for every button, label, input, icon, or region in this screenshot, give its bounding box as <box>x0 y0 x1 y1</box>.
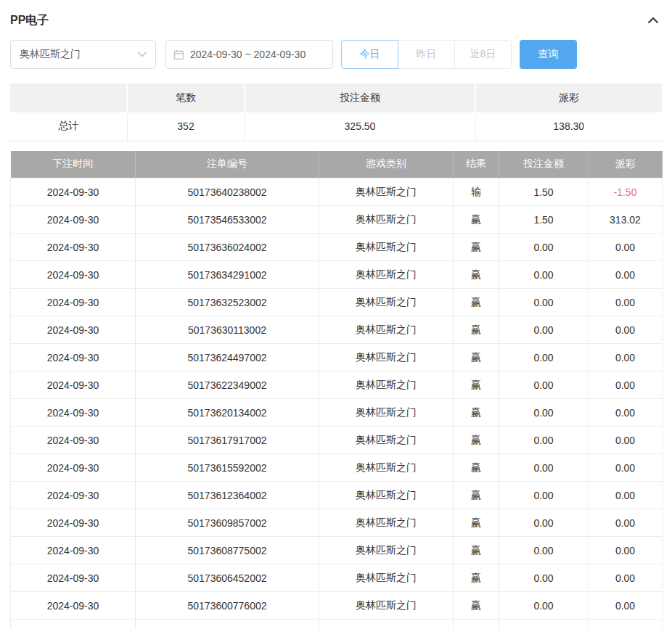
table-cell: 0.00 <box>589 454 663 482</box>
table-cell: 赢 <box>454 206 499 234</box>
table-cell: 0.00 <box>589 564 663 592</box>
filter-bar: 奥林匹斯之门 2024-09-30 ~ 2024-09-30 今日 昨日 近8日… <box>10 40 662 69</box>
table-cell: 2024-09-30 <box>11 564 136 592</box>
date-range-value: 2024-09-30 ~ 2024-09-30 <box>190 49 306 60</box>
table-cell: 0.00 <box>499 344 589 371</box>
page-title: PP电子 <box>10 13 49 28</box>
table-cell: 50173606452002 <box>136 564 319 592</box>
table-row: 2024-09-3050173622349002奥林匹斯之门赢0.000.00 <box>11 371 663 399</box>
table-cell: 0.00 <box>499 564 589 592</box>
table-row: 2024-09-3050173606452002奥林匹斯之门赢0.000.00 <box>11 564 663 592</box>
table-row: 2024-09-3050173608775002奥林匹斯之门赢0.000.00 <box>11 537 663 564</box>
table-cell: 2024-09-30 <box>11 178 136 206</box>
table-cell: 0.00 <box>499 537 589 564</box>
summary-header-row: 笔数 投注金额 派彩 <box>10 83 662 112</box>
col-header-result: 结果 <box>454 151 499 178</box>
table-cell: 0.00 <box>589 427 663 454</box>
table-cell: 2024-09-30 <box>11 289 136 316</box>
summary-header-count: 笔数 <box>127 83 245 112</box>
table-cell: 0.00 <box>499 592 589 620</box>
game-select[interactable]: 奥林匹斯之门 <box>10 40 156 69</box>
table-row-partial <box>11 620 663 629</box>
table-cell: 奥林匹斯之门 <box>319 344 454 371</box>
table-cell: 2024-09-30 <box>11 427 136 454</box>
table-cell: 50173617917002 <box>136 427 319 454</box>
table-cell: 赢 <box>454 592 499 620</box>
table-cell: 奥林匹斯之门 <box>319 371 454 399</box>
table-cell: 50173546533002 <box>136 206 319 234</box>
bet-table-body: 2024-09-3050173640238002奥林匹斯之门输1.50-1.50… <box>11 178 663 629</box>
table-cell: 奥林匹斯之门 <box>319 537 454 564</box>
summary-table: 笔数 投注金额 派彩 总计 352 325.50 138.30 <box>10 83 662 141</box>
table-cell: 50173634291002 <box>136 261 319 289</box>
table-cell <box>136 620 319 629</box>
table-cell <box>454 620 499 629</box>
col-header-bet-amount: 投注金额 <box>499 151 589 178</box>
table-cell: 赢 <box>454 289 499 316</box>
table-cell: 1.50 <box>499 206 589 234</box>
table-cell: 0.00 <box>499 509 589 537</box>
collapse-panel-button[interactable] <box>644 13 662 28</box>
search-button[interactable]: 查询 <box>520 40 577 69</box>
table-cell: 50173600776002 <box>136 592 319 620</box>
table-cell: 奥林匹斯之门 <box>319 592 454 620</box>
table-cell: -1.50 <box>589 178 663 206</box>
table-cell: 50173620134002 <box>136 399 319 427</box>
quick-range-last8days-button[interactable]: 近8日 <box>454 40 512 69</box>
table-cell: 0.00 <box>589 289 663 316</box>
table-cell: 赢 <box>454 316 499 344</box>
table-cell: 2024-09-30 <box>11 537 136 564</box>
table-row: 2024-09-3050173630113002奥林匹斯之门赢0.000.00 <box>11 316 663 344</box>
col-header-game-category: 游戏类别 <box>319 151 454 178</box>
table-cell: 赢 <box>454 261 499 289</box>
table-cell: 50173624497002 <box>136 344 319 371</box>
table-cell: 赢 <box>454 399 499 427</box>
table-row: 2024-09-3050173636024002奥林匹斯之门赢0.000.00 <box>11 234 663 261</box>
chevron-down-icon <box>138 52 147 57</box>
table-row: 2024-09-3050173546533002奥林匹斯之门赢1.50313.0… <box>11 206 663 234</box>
table-cell: 2024-09-30 <box>11 234 136 261</box>
table-cell: 赢 <box>454 427 499 454</box>
table-row: 2024-09-3050173632523002奥林匹斯之门赢0.000.00 <box>11 289 663 316</box>
table-cell: 50173622349002 <box>136 371 319 399</box>
table-cell: 0.00 <box>589 234 663 261</box>
table-row: 2024-09-3050173600776002奥林匹斯之门赢0.000.00 <box>11 592 663 620</box>
table-cell: 奥林匹斯之门 <box>319 178 454 206</box>
summary-total-row: 总计 352 325.50 138.30 <box>10 112 662 141</box>
table-cell: 0.00 <box>589 592 663 620</box>
table-row: 2024-09-3050173612364002奥林匹斯之门赢0.000.00 <box>11 482 663 509</box>
report-panel: PP电子 奥林匹斯之门 2024-09-30 ~ 2024-09-30 今日 昨… <box>0 0 672 629</box>
table-cell: 奥林匹斯之门 <box>319 427 454 454</box>
table-cell: 0.00 <box>589 344 663 371</box>
summary-total-bet-amount: 325.50 <box>245 112 475 141</box>
table-cell: 0.00 <box>589 509 663 537</box>
table-cell: 0.00 <box>589 371 663 399</box>
date-range-input[interactable]: 2024-09-30 ~ 2024-09-30 <box>165 40 333 69</box>
table-row: 2024-09-3050173609857002奥林匹斯之门赢0.000.00 <box>11 509 663 537</box>
table-cell: 0.00 <box>589 399 663 427</box>
table-cell: 2024-09-30 <box>11 454 136 482</box>
table-row: 2024-09-3050173634291002奥林匹斯之门赢0.000.00 <box>11 261 663 289</box>
summary-total-count: 352 <box>127 112 245 141</box>
table-cell: 赢 <box>454 371 499 399</box>
table-cell <box>319 620 454 629</box>
quick-range-yesterday-button[interactable]: 昨日 <box>398 40 455 69</box>
table-cell: 0.00 <box>499 261 589 289</box>
table-cell: 奥林匹斯之门 <box>319 206 454 234</box>
table-cell: 2024-09-30 <box>11 206 136 234</box>
table-cell: 2024-09-30 <box>11 344 136 371</box>
table-cell: 赢 <box>454 482 499 509</box>
table-cell: 0.00 <box>499 454 589 482</box>
table-cell: 2024-09-30 <box>11 399 136 427</box>
table-cell: 2024-09-30 <box>11 509 136 537</box>
table-cell: 50173632523002 <box>136 289 319 316</box>
bet-table-header-row: 下注时间 注单编号 游戏类别 结果 投注金额 派彩 <box>11 151 663 178</box>
table-cell: 50173636024002 <box>136 234 319 261</box>
quick-range-today-button[interactable]: 今日 <box>341 40 398 69</box>
table-cell: 0.00 <box>499 316 589 344</box>
table-row: 2024-09-3050173615592002奥林匹斯之门赢0.000.00 <box>11 454 663 482</box>
table-cell: 奥林匹斯之门 <box>319 289 454 316</box>
summary-header-empty <box>10 83 127 112</box>
table-cell: 0.00 <box>499 399 589 427</box>
table-cell: 0.00 <box>499 234 589 261</box>
